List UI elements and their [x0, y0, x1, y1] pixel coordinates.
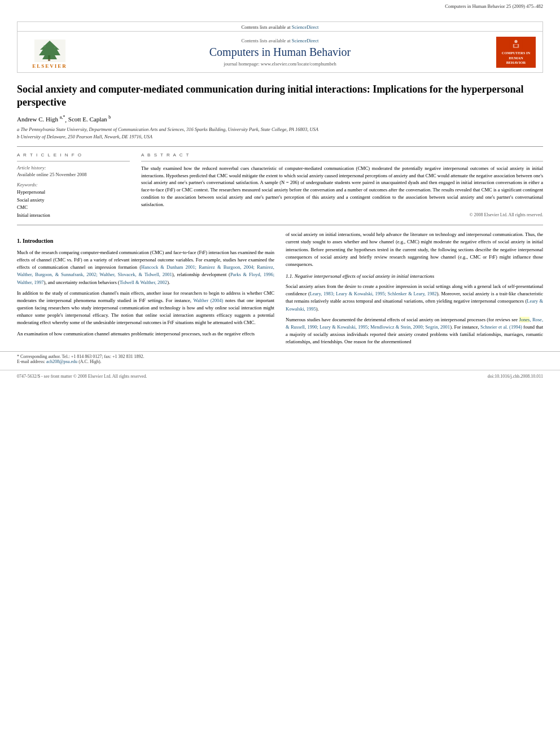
journal-ref-line: Computers in Human Behavior 25 (2009) 47… [0, 0, 560, 11]
svg-rect-8 [514, 44, 518, 46]
ref-walther2004: Walther (2004) [193, 298, 223, 303]
elsevier-logo-container: ELSEVIER [24, 35, 75, 69]
article-title: Social anxiety and computer-mediated com… [17, 83, 543, 110]
ref-leary1983: Leary, 1983; Leary & Kowalski, 1995; Sch… [310, 291, 437, 296]
affiliation-b: b University of Delaware, 250 Pearson Ha… [17, 133, 543, 141]
article-info-col: A R T I C L E I N F O Article history: A… [17, 152, 130, 219]
keywords-list: Hyperpersonal Social anxiety CMC Initial… [17, 189, 130, 219]
email-note: E-mail address: ach208@psu.edu (A.C. Hig… [17, 359, 543, 364]
abstract-label: A B S T R A C T [141, 152, 543, 158]
author-caplan: Scott E. Caplan b [68, 116, 111, 123]
contents-line: Contents lists available at ScienceDirec… [18, 22, 542, 32]
section1-heading: 1. Introduction [17, 237, 274, 246]
logo-line2: HUMAN [509, 56, 523, 60]
affiliation-a: a The Pennsylvania State University, Dep… [17, 126, 543, 133]
svg-point-3 [43, 45, 46, 47]
journal-logo-icon [508, 39, 524, 50]
ref-leary-kowalski: Leary & Kowalski, 1995 [286, 298, 543, 311]
homepage-line: journal homepage: www.elsevier.com/locat… [81, 61, 479, 67]
info-abstract-section: A R T I C L E I N F O Article history: A… [17, 152, 543, 219]
elsevier-logo: ELSEVIER [32, 40, 67, 69]
elsevier-text: ELSEVIER [32, 63, 67, 69]
keywords-label: Keywords: [17, 182, 130, 187]
journal-header: Contents lists available at ScienceDirec… [17, 21, 543, 73]
divider-1 [17, 146, 543, 147]
copyright-line: © 2008 Elsevier Ltd. All rights reserved… [141, 212, 543, 217]
sciencedirect-link[interactable]: ScienceDirect [292, 24, 319, 30]
body-para4: of social anxiety on initial interaction… [286, 231, 543, 268]
journal-ref: Computers in Human Behavior 25 (2009) 47… [445, 3, 543, 9]
email-suffix: (A.C. High). [78, 359, 101, 364]
svg-point-4 [54, 47, 55, 49]
body-col-right: of social anxiety on initial interaction… [286, 231, 543, 349]
article-info-label: A R T I C L E I N F O [17, 152, 130, 158]
keyword-4: Initial interaction [17, 212, 130, 220]
keyword-1: Hyperpersonal [17, 189, 130, 196]
keyword-2: Social anxiety [17, 196, 130, 204]
journal-main-title: Computers in Human Behavior [81, 46, 479, 59]
corresponding-note: * Corresponding author. Tel.: +1 814 863… [17, 354, 543, 359]
body-para6: Numerous studies have documented the det… [286, 316, 543, 346]
journal-header-main: ELSEVIER Contents lists available at Sci… [18, 32, 542, 72]
sciencedirect-center[interactable]: ScienceDirect [292, 38, 319, 43]
contents-text: Contents lists available at [242, 24, 291, 30]
affil-b-sup: b [108, 115, 111, 120]
abstract-col: A B S T R A C T The study examined how t… [141, 152, 543, 219]
journal-logo-box: COMPUTERS IN HUMAN BEHAVIOR [496, 37, 536, 68]
footer-left: 0747-5632/$ - see front matter © 2008 El… [17, 374, 147, 379]
page: Computers in Human Behavior 25 (2009) 47… [0, 0, 560, 747]
body-para3: An examination of how communication chan… [17, 330, 274, 338]
subsection1-heading: 1.1. Negative interpersonal effects of s… [286, 273, 543, 281]
contents-label: Contents lists available at [242, 38, 291, 43]
abstract-text: The study examined how the reduced nonve… [141, 165, 543, 208]
footnote-section: * Corresponding author. Tel.: +1 814 863… [0, 351, 560, 364]
footer-doi: doi:10.1016/j.chb.2008.10.011 [488, 374, 543, 379]
logo-line1: COMPUTERS IN [502, 51, 530, 55]
logo-line3: BEHAVIOR [506, 60, 526, 64]
page-bottom-footer: 0747-5632/$ - see front matter © 2008 El… [0, 370, 560, 382]
history-label: Article history: [17, 165, 130, 171]
article-body: Social anxiety and computer-mediated com… [0, 83, 560, 349]
body-col-left: 1. Introduction Much of the research com… [17, 231, 274, 349]
divider-2 [17, 225, 543, 225]
history-value: Available online 25 November 2008 [17, 172, 130, 177]
affil-a-sup: a,* [60, 115, 65, 120]
contents-available-line: Contents lists available at ScienceDirec… [81, 38, 479, 43]
body-para1: Much of the research comparing computer-… [17, 249, 274, 286]
author-high: Andrew C. High a,* [17, 116, 65, 123]
ref-jones: Jones [519, 317, 530, 322]
email-address[interactable]: ach208@psu.edu [46, 359, 77, 364]
body-two-col: 1. Introduction Much of the research com… [17, 231, 543, 349]
ref-schneier: Schneier et al. (1994) [480, 324, 522, 330]
email-label: E-mail address: [17, 359, 45, 364]
authors-line: Andrew C. High a,*, Scott E. Caplan b [17, 115, 543, 123]
keyword-3: CMC [17, 204, 130, 212]
ref-tidwell: Tidwell & Walther, 2002 [120, 279, 167, 285]
body-para5: Social anxiety arises from the desire to… [286, 283, 543, 313]
affiliations: a The Pennsylvania State University, Dep… [17, 126, 543, 141]
body-para2: In addition to the study of communicatio… [17, 290, 274, 327]
elsevier-tree-icon [34, 40, 65, 62]
journal-title-center: Contents lists available at ScienceDirec… [75, 38, 485, 67]
journal-logo-right: COMPUTERS IN HUMAN BEHAVIOR [485, 35, 536, 69]
svg-point-6 [514, 40, 517, 42]
